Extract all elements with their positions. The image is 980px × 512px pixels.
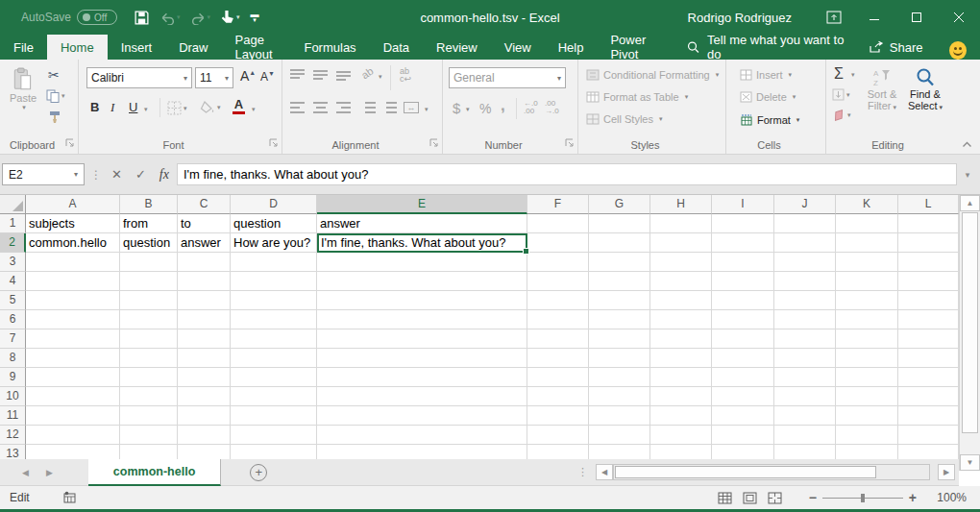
- cell-g13[interactable]: [589, 445, 650, 459]
- cell-k5[interactable]: [836, 291, 898, 310]
- tab-home[interactable]: Home: [47, 35, 108, 60]
- top-align-button[interactable]: [290, 69, 305, 81]
- cell-j6[interactable]: [774, 310, 836, 329]
- new-sheet-button[interactable]: +: [250, 464, 267, 481]
- column-header-f[interactable]: F: [527, 195, 589, 214]
- cell-c9[interactable]: [178, 368, 231, 387]
- row-header-7[interactable]: 7: [0, 329, 26, 349]
- cell-d7[interactable]: [231, 329, 317, 349]
- cell-b4[interactable]: [120, 272, 178, 291]
- cell-d11[interactable]: [231, 406, 317, 426]
- cell-d1[interactable]: question: [231, 214, 317, 233]
- cell-i12[interactable]: [712, 426, 774, 445]
- cell-j9[interactable]: [774, 368, 836, 387]
- fill-handle[interactable]: [523, 248, 529, 255]
- cell-l3[interactable]: [898, 253, 959, 272]
- feedback-smiley-button[interactable]: [949, 41, 967, 60]
- horizontal-scroll-track[interactable]: [613, 464, 930, 480]
- cell-l10[interactable]: [898, 387, 959, 406]
- column-header-j[interactable]: J: [774, 195, 836, 214]
- insert-cells-button[interactable]: Insert▾: [740, 69, 792, 81]
- cell-i11[interactable]: [712, 406, 774, 426]
- close-button[interactable]: [938, 0, 980, 35]
- cell-g10[interactable]: [589, 387, 650, 406]
- cell-b8[interactable]: [120, 349, 178, 368]
- cell-j12[interactable]: [774, 426, 836, 445]
- collapse-ribbon-button[interactable]: [962, 139, 972, 150]
- column-header-l[interactable]: L: [898, 195, 959, 214]
- font-dialog-launcher[interactable]: [269, 136, 278, 150]
- cell-g1[interactable]: [589, 214, 650, 233]
- row-header-11[interactable]: 11: [0, 406, 26, 426]
- column-header-d[interactable]: D: [231, 195, 317, 214]
- cell-c12[interactable]: [178, 426, 231, 445]
- decrease-decimal-button[interactable]: .00→.0: [545, 100, 559, 115]
- cell-b1[interactable]: from: [120, 214, 178, 233]
- cell-c11[interactable]: [178, 406, 231, 426]
- cell-k1[interactable]: [836, 214, 898, 233]
- scroll-up-button[interactable]: ▲: [960, 195, 980, 211]
- cell-c1[interactable]: to: [178, 214, 231, 233]
- vertical-scroll-thumb[interactable]: [962, 212, 978, 433]
- cell-j8[interactable]: [774, 349, 836, 368]
- cell-a12[interactable]: [26, 426, 120, 445]
- cell-h13[interactable]: [650, 445, 712, 459]
- font-color-button[interactable]: A: [233, 99, 245, 114]
- tab-help[interactable]: Help: [545, 35, 598, 60]
- undo-button[interactable]: ▾: [157, 9, 184, 27]
- column-header-g[interactable]: G: [589, 195, 650, 214]
- cell-g4[interactable]: [589, 272, 650, 291]
- percent-style-button[interactable]: %: [479, 101, 491, 116]
- cell-i7[interactable]: [712, 329, 774, 349]
- font-name-combo[interactable]: Calibri▾: [86, 67, 192, 88]
- cell-i10[interactable]: [712, 387, 774, 406]
- font-color-dropdown[interactable]: ▾: [252, 106, 256, 113]
- merge-center-button[interactable]: ↔: [404, 102, 419, 113]
- cell-f5[interactable]: [527, 291, 589, 310]
- borders-button[interactable]: ▾: [167, 101, 187, 115]
- cell-f2[interactable]: [527, 233, 589, 253]
- cell-e7[interactable]: [317, 329, 527, 349]
- cell-f12[interactable]: [527, 426, 589, 445]
- cell-l8[interactable]: [898, 349, 959, 368]
- cell-g11[interactable]: [589, 406, 650, 426]
- increase-indent-button[interactable]: [382, 102, 397, 113]
- tab-formulas[interactable]: Formulas: [290, 35, 369, 60]
- paste-button[interactable]: Paste ▾: [6, 67, 40, 111]
- cell-f1[interactable]: [527, 214, 589, 233]
- accounting-dropdown[interactable]: ▾: [466, 106, 470, 113]
- cell-e4[interactable]: [317, 272, 527, 291]
- cell-e8[interactable]: [317, 349, 527, 368]
- cell-a5[interactable]: [26, 291, 120, 310]
- zoom-out-button[interactable]: −: [803, 490, 822, 505]
- name-box[interactable]: E2 ▾: [2, 163, 85, 185]
- ribbon-display-options-button[interactable]: [815, 0, 853, 35]
- cell-g12[interactable]: [589, 426, 650, 445]
- wrap-text-button[interactable]: abc↩: [400, 67, 411, 83]
- cell-e1[interactable]: answer: [317, 214, 527, 233]
- cell-a7[interactable]: [26, 329, 120, 349]
- row-header-8[interactable]: 8: [0, 349, 26, 368]
- tab-view[interactable]: View: [491, 35, 545, 60]
- column-header-a[interactable]: A: [26, 195, 120, 214]
- cell-c2[interactable]: answer: [178, 233, 231, 253]
- middle-align-button[interactable]: [313, 69, 328, 81]
- cell-j11[interactable]: [774, 406, 836, 426]
- cell-c13[interactable]: [178, 445, 231, 459]
- cell-j7[interactable]: [774, 329, 836, 349]
- select-all-corner[interactable]: [0, 195, 26, 214]
- cell-a10[interactable]: [26, 387, 120, 406]
- macro-record-button[interactable]: [62, 491, 77, 504]
- formula-input[interactable]: I'm fine, thanks. What about you?: [178, 163, 957, 185]
- cell-a6[interactable]: [26, 310, 120, 329]
- minimize-button[interactable]: [853, 0, 895, 35]
- row-header-4[interactable]: 4: [0, 272, 26, 291]
- expand-formula-bar-button[interactable]: ▾: [957, 170, 978, 180]
- save-button[interactable]: [131, 8, 153, 28]
- cell-e13[interactable]: [317, 445, 527, 459]
- row-header-12[interactable]: 12: [0, 426, 26, 445]
- cell-j2[interactable]: [774, 233, 836, 253]
- cell-h11[interactable]: [650, 406, 712, 426]
- column-header-e[interactable]: E: [317, 195, 527, 214]
- cell-i2[interactable]: [712, 233, 774, 253]
